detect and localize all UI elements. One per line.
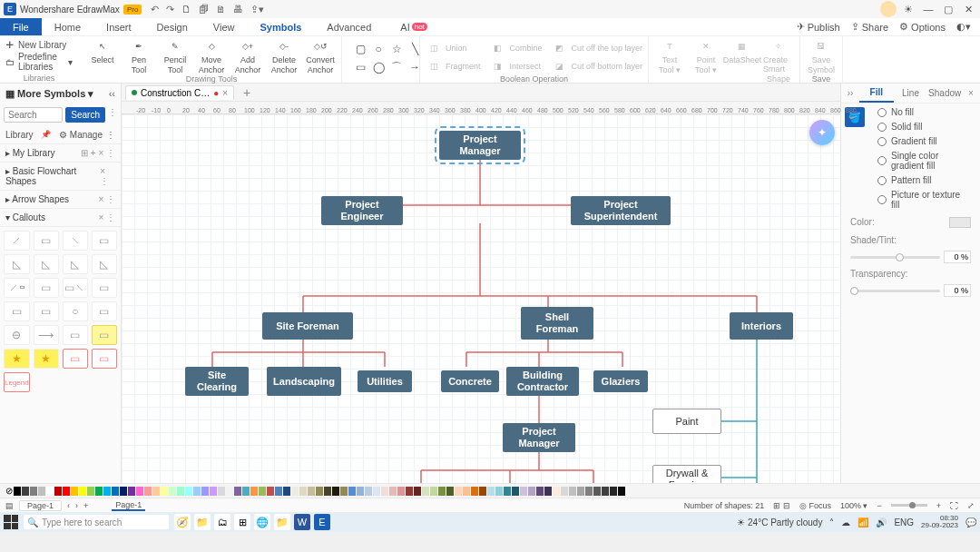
shape-cell[interactable]: Legend <box>4 372 30 392</box>
color-swatch[interactable] <box>381 487 388 496</box>
color-swatch[interactable] <box>949 217 971 228</box>
color-swatch[interactable] <box>397 487 405 496</box>
color-swatch[interactable] <box>414 487 421 496</box>
color-swatch[interactable] <box>438 487 446 496</box>
color-swatch[interactable] <box>446 487 454 496</box>
color-swatch[interactable] <box>226 487 233 496</box>
options-button[interactable]: ⚙ Options <box>899 21 946 33</box>
tray-cloud-icon[interactable]: ☁ <box>841 518 850 527</box>
open-doc-icon[interactable]: 🗐 <box>199 4 209 15</box>
color-swatch[interactable] <box>520 487 527 496</box>
taskbar-search[interactable]: 🔍 Type here to search <box>24 515 169 529</box>
shape-cell[interactable]: ⟋ <box>4 231 30 251</box>
shade-value[interactable]: 0 % <box>944 251 971 263</box>
color-swatch[interactable] <box>14 487 21 496</box>
new-library-button[interactable]: 🞢 New Library <box>5 40 73 50</box>
color-swatch[interactable] <box>324 487 331 496</box>
tray-lang-icon[interactable]: ENG <box>894 518 914 527</box>
close-icon[interactable]: ✕ <box>960 1 976 17</box>
pages-icon[interactable]: ▤ <box>5 501 14 510</box>
color-swatch[interactable] <box>512 487 519 496</box>
pencil-tool[interactable]: ✎PencilTool <box>160 38 191 74</box>
zoom-value[interactable]: 100% ▾ <box>840 501 868 510</box>
print-icon[interactable]: 🖶 <box>233 4 243 15</box>
color-swatch[interactable] <box>553 487 560 496</box>
save-doc-icon[interactable]: 🗎 <box>216 4 226 15</box>
clock[interactable]: 08:30 29-09-2023 <box>921 515 958 529</box>
select-tool[interactable]: ↖Select <box>87 38 118 74</box>
color-swatch[interactable] <box>544 487 552 496</box>
task-icon[interactable]: 🧭 <box>174 514 191 530</box>
focus-button[interactable]: ◎ Focus <box>799 501 831 510</box>
color-swatch[interactable] <box>332 487 339 496</box>
shape-cell[interactable]: ⟋▭ <box>4 278 30 298</box>
menu-symbols[interactable]: Symbols <box>248 19 315 35</box>
shape-cell[interactable]: ▭ <box>34 278 59 298</box>
color-swatch[interactable] <box>618 487 625 496</box>
color-swatch[interactable] <box>495 487 503 496</box>
node-interiors[interactable]: Interiors <box>730 312 793 340</box>
shape-cell[interactable]: ◺ <box>4 254 30 274</box>
menu-design[interactable]: Design <box>144 19 201 35</box>
doc-tab[interactable]: Construction C… ● × <box>125 85 234 100</box>
shade-slider[interactable] <box>850 256 940 259</box>
circle-icon[interactable]: ○ <box>371 42 386 56</box>
close-right-icon[interactable]: × <box>962 88 980 98</box>
shape-cell[interactable]: ▭ <box>63 349 88 369</box>
color-swatch[interactable] <box>471 487 478 496</box>
color-swatch[interactable] <box>316 487 323 496</box>
color-swatch[interactable] <box>144 487 152 496</box>
color-swatch[interactable] <box>504 487 511 496</box>
tab-fill[interactable]: Fill <box>859 84 894 103</box>
help-icon[interactable]: ◐▾ <box>956 21 971 33</box>
shape-cell[interactable]: ◺ <box>92 254 117 274</box>
weather-widget[interactable]: ☀ 24°C Partly cloudy <box>737 518 822 527</box>
shape-cell[interactable]: ○ <box>63 301 88 321</box>
color-swatch[interactable] <box>299 487 307 496</box>
color-swatch[interactable] <box>267 487 274 496</box>
color-swatch[interactable] <box>455 487 462 496</box>
color-swatch[interactable] <box>63 487 70 496</box>
color-swatch[interactable] <box>242 487 250 496</box>
node-concrete[interactable]: Concrete <box>441 370 499 392</box>
delete-anchor-tool[interactable]: ◇-DeleteAnchor <box>269 38 299 74</box>
section-callouts[interactable]: ▾ Callouts × ⋮ <box>0 209 121 227</box>
new-tab-button[interactable]: + <box>240 85 254 100</box>
datasheet-button[interactable]: ▦DataSheet <box>727 38 758 84</box>
color-swatch[interactable] <box>577 487 584 496</box>
node-project-engineer[interactable]: Project Engineer <box>321 196 403 225</box>
menu-ai[interactable]: AI hot <box>387 19 440 35</box>
color-swatch[interactable] <box>128 487 135 496</box>
rect-icon[interactable]: ▭ <box>353 60 368 74</box>
fill-opt-single-gradient[interactable]: Single color gradient fill <box>877 151 971 171</box>
shape-cell[interactable]: ★ <box>4 349 30 369</box>
shape-preset-grid[interactable]: ▢ ○ ☆ ╲ ▭ ◯ ⌒ → <box>348 38 414 74</box>
color-swatch[interactable] <box>95 487 103 496</box>
union-button[interactable]: ◫Union <box>426 40 481 56</box>
page-tab-bottom[interactable]: Page-1 <box>112 500 145 511</box>
shape-cell[interactable]: ⊖ <box>4 325 30 345</box>
save-symbol-button[interactable]: 🖫SaveSymbol <box>806 38 837 74</box>
color-swatch[interactable] <box>373 487 380 496</box>
color-swatch[interactable] <box>218 487 225 496</box>
color-swatch[interactable] <box>593 487 601 496</box>
color-swatch[interactable] <box>259 487 266 496</box>
task-icon[interactable]: 📁 <box>194 514 211 530</box>
task-icon[interactable]: E <box>314 514 330 530</box>
color-swatch[interactable] <box>112 487 119 496</box>
export-icon[interactable]: ⇪▾ <box>250 4 264 15</box>
color-swatch[interactable] <box>120 487 127 496</box>
color-swatch[interactable] <box>479 487 486 496</box>
tray-chevron-icon[interactable]: ˄ <box>829 518 834 527</box>
transparency-slider[interactable] <box>850 290 940 292</box>
menu-file[interactable]: File <box>0 18 42 35</box>
color-swatch[interactable] <box>283 487 290 496</box>
shape-cell[interactable]: ▭ <box>92 349 117 369</box>
fill-opt-gradient[interactable]: Gradient fill <box>877 136 971 146</box>
color-swatch[interactable] <box>22 487 29 496</box>
zoom-in-icon[interactable]: + <box>936 501 941 510</box>
color-swatch[interactable] <box>406 487 413 496</box>
color-swatch[interactable] <box>275 487 282 496</box>
shape-cell[interactable]: ⟍ <box>63 231 88 251</box>
redo-icon[interactable]: ↷ <box>166 4 174 15</box>
